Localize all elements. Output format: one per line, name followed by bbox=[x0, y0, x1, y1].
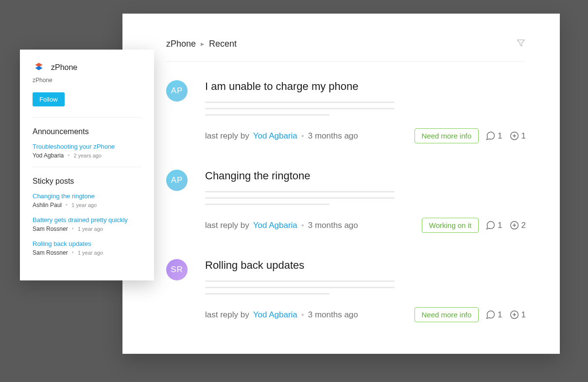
breadcrumb-current: Recent bbox=[209, 39, 237, 49]
dot-separator: • bbox=[301, 310, 304, 320]
upvote-count-value: 2 bbox=[521, 221, 526, 230]
section-title-announcements: Announcements bbox=[33, 127, 141, 136]
status-badge: Need more info bbox=[415, 307, 479, 322]
product-subtitle: zPhone bbox=[33, 77, 141, 84]
sticky-time: 1 year ago bbox=[71, 202, 97, 208]
dot-separator: • bbox=[72, 249, 74, 256]
thread-item[interactable]: SR Rolling back updates last reply by Yo… bbox=[166, 259, 526, 322]
dot-separator: • bbox=[301, 131, 304, 141]
avatar: SR bbox=[166, 259, 188, 280]
thread-title[interactable]: Rolling back updates bbox=[205, 259, 526, 272]
thread-preview-ghost bbox=[205, 280, 526, 295]
comment-icon bbox=[485, 310, 496, 320]
announcement-time: 2 years ago bbox=[74, 153, 102, 158]
announcement-link[interactable]: Troubleshooting your zPhone bbox=[33, 143, 141, 150]
thread-item[interactable]: AP Changing the ringtone last reply by Y… bbox=[166, 170, 526, 233]
reply-meta: last reply by Yod Agbaria • 3 months ago bbox=[205, 131, 358, 141]
product-logo-icon bbox=[33, 61, 45, 74]
thread-preview-ghost bbox=[205, 191, 526, 205]
dot-separator: • bbox=[72, 226, 74, 232]
announcement-author: Yod Agbaria bbox=[33, 152, 64, 159]
sidebar-card: zPhone zPhone Follow Announcements Troub… bbox=[20, 50, 154, 280]
reply-time: 3 months ago bbox=[308, 221, 358, 230]
upvote-count-value: 1 bbox=[521, 131, 526, 141]
comment-count-value: 1 bbox=[498, 221, 502, 230]
thread-item[interactable]: AP I am unable to charge my phone last r… bbox=[166, 80, 526, 143]
reply-meta: last reply by Yod Agbaria • 3 months ago bbox=[205, 221, 358, 230]
product-name: zPhone bbox=[51, 63, 77, 72]
thread-body: Changing the ringtone last reply by Yod … bbox=[205, 170, 526, 233]
thread-stats: Working on it 1 2 bbox=[422, 218, 526, 233]
comment-icon bbox=[485, 131, 496, 141]
plus-circle-icon bbox=[509, 220, 519, 230]
comment-icon bbox=[485, 220, 496, 230]
section-title-sticky: Sticky posts bbox=[33, 177, 141, 186]
thread-body: I am unable to charge my phone last repl… bbox=[205, 80, 526, 143]
upvote-count[interactable]: 2 bbox=[509, 220, 526, 230]
divider bbox=[33, 117, 141, 118]
status-badge: Working on it bbox=[422, 218, 479, 233]
comment-count-value: 1 bbox=[498, 310, 502, 320]
status-badge: Need more info bbox=[415, 128, 479, 143]
thread-stats: Need more info 1 1 bbox=[415, 307, 526, 322]
breadcrumb-row: zPhone ▸ Recent bbox=[166, 38, 526, 62]
plus-circle-icon bbox=[509, 310, 519, 320]
reply-prefix: last reply by bbox=[205, 221, 249, 230]
sticky-meta: Ashlin Paul • 1 year ago bbox=[33, 202, 141, 208]
thread-footer: last reply by Yod Agbaria • 3 months ago… bbox=[205, 128, 526, 143]
reply-time: 3 months ago bbox=[308, 310, 358, 320]
upvote-count[interactable]: 1 bbox=[509, 131, 526, 141]
reply-author-link[interactable]: Yod Agbaria bbox=[253, 310, 297, 320]
reply-time: 3 months ago bbox=[308, 131, 358, 141]
breadcrumb: zPhone ▸ Recent bbox=[166, 39, 237, 49]
sticky-link[interactable]: Changing the ringtone bbox=[33, 192, 141, 200]
comment-count[interactable]: 1 bbox=[485, 220, 502, 230]
comment-count[interactable]: 1 bbox=[485, 131, 502, 141]
thread-preview-ghost bbox=[205, 102, 526, 116]
sticky-section: Sticky posts Changing the ringtone Ashli… bbox=[33, 177, 141, 256]
thread-title[interactable]: Changing the ringtone bbox=[205, 170, 526, 182]
sticky-author: Sam Rossner bbox=[33, 249, 68, 256]
forum-main-panel: zPhone ▸ Recent AP I am unable to charge… bbox=[122, 14, 560, 354]
announcements-section: Announcements Troubleshooting your zPhon… bbox=[33, 127, 141, 159]
sticky-time: 1 year ago bbox=[78, 226, 103, 232]
reply-author-link[interactable]: Yod Agbaria bbox=[253, 131, 297, 141]
reply-prefix: last reply by bbox=[205, 131, 249, 141]
upvote-count-value: 1 bbox=[521, 310, 526, 320]
sticky-link[interactable]: Battery gets drained pretty quickly bbox=[33, 216, 141, 224]
comment-count[interactable]: 1 bbox=[485, 310, 502, 320]
reply-prefix: last reply by bbox=[205, 310, 249, 320]
sticky-meta: Sam Rossner • 1 year ago bbox=[33, 226, 141, 232]
sidebar-header: zPhone bbox=[33, 61, 141, 74]
dot-separator: • bbox=[301, 221, 304, 230]
dot-separator: • bbox=[68, 152, 69, 159]
breadcrumb-root[interactable]: zPhone bbox=[166, 39, 196, 49]
sticky-author: Ashlin Paul bbox=[33, 202, 62, 208]
thread-stats: Need more info 1 1 bbox=[415, 128, 526, 143]
plus-circle-icon bbox=[509, 131, 519, 141]
avatar: AP bbox=[166, 170, 188, 191]
reply-meta: last reply by Yod Agbaria • 3 months ago bbox=[205, 310, 358, 320]
follow-button[interactable]: Follow bbox=[33, 92, 65, 106]
divider bbox=[33, 167, 141, 167]
thread-title[interactable]: I am unable to charge my phone bbox=[205, 80, 526, 93]
avatar: AP bbox=[166, 80, 188, 102]
chevron-right-icon: ▸ bbox=[201, 40, 204, 48]
sticky-time: 1 year ago bbox=[78, 250, 103, 256]
comment-count-value: 1 bbox=[498, 131, 502, 141]
sticky-link[interactable]: Rolling back updates bbox=[33, 240, 141, 247]
thread-footer: last reply by Yod Agbaria • 3 months ago… bbox=[205, 218, 526, 233]
filter-icon[interactable] bbox=[516, 38, 526, 50]
thread-body: Rolling back updates last reply by Yod A… bbox=[205, 259, 526, 322]
upvote-count[interactable]: 1 bbox=[509, 310, 526, 320]
reply-author-link[interactable]: Yod Agbaria bbox=[253, 221, 297, 230]
sticky-author: Sam Rossner bbox=[33, 226, 68, 232]
announcement-meta: Yod Agbaria • 2 years ago bbox=[33, 152, 141, 159]
thread-footer: last reply by Yod Agbaria • 3 months ago… bbox=[205, 307, 526, 322]
dot-separator: • bbox=[66, 202, 68, 208]
sticky-meta: Sam Rossner • 1 year ago bbox=[33, 249, 141, 256]
